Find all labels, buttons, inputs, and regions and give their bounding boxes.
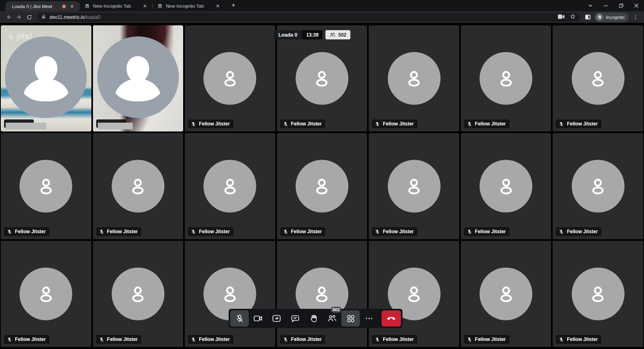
participant-count-pill[interactable]: 502 (325, 30, 350, 39)
participant-tile[interactable]: Fellow Jitster (277, 25, 367, 131)
conference-stage: jitsi jitsi Fellow Jitster Fellow (0, 23, 644, 349)
incognito-icon (596, 13, 603, 21)
participants-button[interactable]: 502 (323, 310, 341, 326)
participant-tile[interactable]: Fellow Jitster (277, 133, 367, 239)
participant-tile[interactable]: Fellow Jitster (369, 241, 459, 347)
close-window-button[interactable] (629, 0, 644, 11)
tab-divider (152, 3, 153, 9)
participant-name: Fellow Jitster (475, 337, 506, 342)
hangup-button[interactable] (382, 310, 401, 326)
person-outline-icon (310, 67, 334, 90)
participant-name: Fellow Jitster (567, 229, 598, 234)
more-actions-button[interactable] (360, 310, 378, 326)
camera-in-use-icon[interactable] (558, 14, 565, 21)
hangup-icon (386, 314, 396, 323)
tile-view-button[interactable] (341, 310, 360, 326)
restore-button[interactable] (613, 0, 629, 11)
tab-search-chevron-icon[interactable] (583, 0, 598, 11)
avatar (480, 160, 533, 213)
avatar (388, 52, 440, 105)
meeting-subject: Loada 0 (274, 30, 302, 39)
person-outline-icon (402, 67, 426, 90)
person-outline-icon (218, 174, 242, 198)
url-host: dev11.meetrix.io (50, 14, 85, 20)
participant-tile[interactable]: Fellow Jitster (369, 25, 459, 131)
participant-name-pill: Fellow Jitster (372, 335, 417, 344)
participant-tile[interactable]: Fellow Jitster (461, 133, 551, 239)
participant-name: Fellow Jitster (383, 121, 414, 127)
participant-name: Fellow Jitster (199, 121, 230, 127)
tab-close-icon[interactable]: ✕ (214, 2, 221, 10)
participant-tile[interactable]: Fellow Jitster (93, 133, 184, 239)
back-button[interactable] (3, 12, 14, 23)
tab-jitsi-meet[interactable]: Loada 0 | Jitsi Meet ✕ (6, 1, 79, 11)
browser-navbar: dev11.meetrix.io/loada0 Incognito (0, 11, 644, 23)
incognito-badge[interactable]: Incognito (594, 12, 629, 22)
mic-muted-icon (467, 337, 472, 342)
incognito-icon (157, 3, 163, 9)
participant-tile[interactable]: Fellow Jitster (1, 241, 91, 347)
avatar (572, 160, 624, 213)
participant-tile[interactable]: Fellow Jitster (1, 133, 91, 239)
participant-tile[interactable]: Fellow Jitster (461, 25, 551, 131)
avatar (572, 268, 624, 320)
participant-video-tile[interactable]: jitsi (1, 25, 91, 131)
tab-incognito-2[interactable]: New Incognito Tab ✕ (153, 1, 225, 11)
bookmark-star-icon[interactable] (570, 13, 576, 21)
mic-muted-icon (375, 121, 380, 127)
participant-tile[interactable]: Fellow Jitster (553, 241, 643, 347)
mic-muted-icon (467, 121, 472, 127)
participant-tile[interactable]: Fellow Jitster (93, 241, 184, 347)
participant-tile[interactable]: Fellow Jitster (277, 241, 367, 347)
jitsi-logo-icon (6, 32, 15, 41)
raise-hand-button[interactable] (304, 310, 323, 326)
participant-tile[interactable]: Fellow Jitster (185, 241, 275, 347)
participant-tile[interactable]: Fellow Jitster (185, 133, 275, 239)
participant-name: Fellow Jitster (15, 337, 46, 342)
avatar (111, 268, 164, 320)
participant-tile[interactable]: Fellow Jitster (369, 133, 459, 239)
participant-name: Fellow Jitster (15, 229, 46, 234)
avatar (5, 37, 87, 118)
participant-tile[interactable]: Fellow Jitster (553, 133, 643, 239)
participant-tile[interactable]: Fellow Jitster (185, 25, 275, 131)
camera-button[interactable] (249, 310, 267, 326)
mic-muted-icon (191, 121, 196, 127)
participant-name-pill: Fellow Jitster (188, 227, 233, 236)
avatar (572, 52, 624, 105)
person-outline-icon (34, 174, 58, 198)
browser-menu-icon[interactable] (630, 12, 641, 23)
new-tab-button[interactable]: + (229, 0, 238, 10)
participant-tile[interactable]: Fellow Jitster (461, 241, 551, 347)
mic-muted-icon (283, 229, 288, 234)
address-bar[interactable]: dev11.meetrix.io/loada0 (37, 13, 580, 22)
minimize-button[interactable] (598, 0, 613, 11)
participant-video-tile[interactable]: jitsi (93, 25, 184, 131)
tab-title: New Incognito Tab (166, 4, 214, 8)
person-outline-icon (586, 174, 610, 198)
mute-button[interactable] (230, 310, 249, 326)
tab-close-icon[interactable]: ✕ (68, 3, 76, 10)
participant-name-pill: Fellow Jitster (556, 335, 601, 344)
browser-titlebar: Loada 0 | Jitsi Meet ✕ New Incognito Tab… (0, 0, 644, 11)
tab-close-icon[interactable]: ✕ (141, 2, 149, 10)
participant-name: Fellow Jitster (291, 229, 322, 234)
incognito-label: Incognito (606, 15, 625, 20)
tile-grid: jitsi jitsi Fellow Jitster Fellow (0, 23, 644, 349)
camera-icon (253, 314, 263, 323)
chat-icon (291, 314, 300, 323)
participant-tile[interactable]: Fellow Jitster (553, 25, 643, 131)
person-outline-icon (218, 67, 242, 90)
side-panel-icon[interactable] (582, 12, 593, 23)
participant-name: Fellow Jitster (383, 229, 414, 234)
participant-name: Fellow Jitster (107, 229, 138, 234)
raise-hand-icon (309, 314, 318, 323)
tab-incognito-1[interactable]: New Incognito Tab ✕ (80, 1, 152, 11)
reload-button[interactable] (24, 12, 35, 23)
chat-button[interactable] (286, 310, 304, 326)
screen-share-button[interactable] (267, 310, 286, 326)
avatar (480, 268, 533, 320)
forward-button[interactable] (14, 12, 24, 23)
participant-name-pill: Fellow Jitster (188, 335, 233, 344)
participant-name: Fellow Jitster (199, 229, 230, 234)
